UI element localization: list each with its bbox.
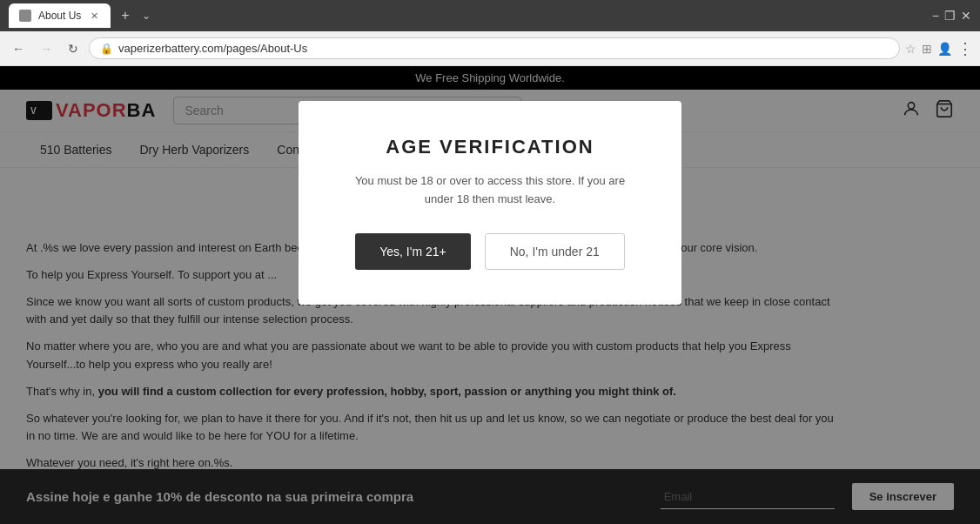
bookmark-button[interactable]: ☆ xyxy=(905,42,916,56)
back-button[interactable]: ← xyxy=(7,38,30,59)
profile-button[interactable]: 👤 xyxy=(937,42,952,56)
forward-button[interactable]: → xyxy=(35,38,57,59)
new-tab-button[interactable]: + xyxy=(117,8,132,24)
close-button[interactable]: ✕ xyxy=(961,9,971,23)
age-modal-text: You must be 18 or over to access this st… xyxy=(342,172,638,209)
tab-close-button[interactable]: ✕ xyxy=(88,10,100,22)
browser-tab: About Us ✕ xyxy=(9,3,111,28)
tab-menu-button[interactable]: ⌄ xyxy=(140,10,152,22)
age-modal: AGE VERIFICATION You must be 18 or over … xyxy=(299,101,681,305)
url-bar[interactable]: 🔒 vaperizerbattery.com/pages/About-Us xyxy=(89,37,900,59)
restore-button[interactable]: ❐ xyxy=(944,9,956,23)
age-buttons: Yes, I'm 21+ No, I'm under 21 xyxy=(342,233,638,270)
secure-icon: 🔒 xyxy=(100,43,113,55)
more-options-button[interactable]: ⋮ xyxy=(957,39,973,58)
minimize-button[interactable]: − xyxy=(932,9,939,23)
window-controls: − ❐ ✕ xyxy=(932,9,971,23)
age-no-button[interactable]: No, I'm under 21 xyxy=(485,233,625,270)
browser-chrome: About Us ✕ + ⌄ − ❐ ✕ xyxy=(0,0,980,31)
address-bar: ← → ↻ 🔒 vaperizerbattery.com/pages/About… xyxy=(0,31,980,66)
age-yes-button[interactable]: Yes, I'm 21+ xyxy=(355,233,470,270)
age-verification-overlay: AGE VERIFICATION You must be 18 or over … xyxy=(0,66,980,524)
url-text: vaperizerbattery.com/pages/About-Us xyxy=(118,42,307,55)
tab-favicon xyxy=(19,10,31,22)
extensions-button[interactable]: ⊞ xyxy=(922,42,932,56)
tab-title: About Us xyxy=(38,10,81,22)
age-modal-title: AGE VERIFICATION xyxy=(342,136,638,158)
reload-button[interactable]: ↻ xyxy=(63,38,84,59)
